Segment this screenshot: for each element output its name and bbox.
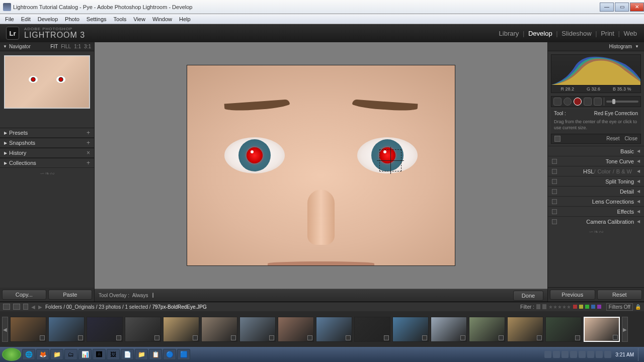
- tray-icon[interactable]: [561, 351, 569, 358]
- label-purple[interactable]: [597, 305, 601, 309]
- taskbar-app-icon[interactable]: 📋: [149, 349, 162, 360]
- filmstrip-thumb[interactable]: [163, 317, 199, 342]
- filmstrip-thumb[interactable]: [87, 317, 123, 342]
- tray-icon[interactable]: [579, 351, 586, 358]
- taskbar-app-icon[interactable]: 🟦: [177, 349, 190, 360]
- filmstrip-thumb[interactable]: [316, 317, 352, 342]
- filmstrip-left-arrow[interactable]: ◀: [2, 317, 8, 342]
- taskbar-app-icon[interactable]: 📁: [135, 349, 148, 360]
- filmstrip-thumb[interactable]: [48, 317, 85, 342]
- flag-icon[interactable]: [536, 304, 540, 309]
- label-red[interactable]: [573, 305, 577, 309]
- label-green[interactable]: [585, 305, 589, 309]
- taskbar-clock[interactable]: 3:21 AM: [615, 352, 634, 357]
- tray-icon[interactable]: [604, 351, 611, 358]
- tool-size-slider[interactable]: [606, 101, 638, 103]
- filmstrip-thumbs[interactable]: ◀ ▶: [0, 311, 644, 347]
- filter-lock-icon[interactable]: 🔒: [635, 304, 641, 310]
- tray-icon[interactable]: [553, 351, 560, 358]
- menu-settings[interactable]: Settings: [84, 15, 110, 23]
- red-eye-tool-icon[interactable]: [574, 98, 582, 106]
- second-display-icon[interactable]: [13, 304, 20, 310]
- spot-tool-icon[interactable]: [564, 98, 572, 106]
- tray-icon[interactable]: [596, 351, 603, 358]
- red-eye-cursor[interactable]: [379, 149, 401, 171]
- menu-develop[interactable]: Develop: [35, 15, 61, 23]
- module-web[interactable]: Web: [624, 30, 637, 37]
- module-develop[interactable]: Develop: [528, 30, 552, 37]
- filmstrip-thumb[interactable]: [10, 317, 46, 342]
- filters-off-button[interactable]: Filters Off: [606, 303, 633, 311]
- reset-button[interactable]: Reset: [597, 290, 642, 300]
- section-camera-calibration[interactable]: Camera Calibration◀: [548, 216, 644, 226]
- taskbar-app-icon[interactable]: 📊: [78, 349, 92, 360]
- section-snapshots[interactable]: ▶Snapshots+: [0, 138, 94, 148]
- menu-view[interactable]: View: [130, 15, 148, 23]
- window-minimize-button[interactable]: —: [600, 3, 614, 12]
- filmstrip-thumb[interactable]: [201, 317, 237, 342]
- tool-overlay-value[interactable]: Always: [132, 293, 148, 298]
- filmstrip-thumb[interactable]: [469, 317, 505, 342]
- tool-reset-button[interactable]: Reset: [606, 136, 619, 142]
- zoom-fill[interactable]: FILL: [61, 44, 71, 49]
- filmstrip-thumb[interactable]: [507, 317, 543, 342]
- tray-icon[interactable]: [587, 351, 594, 358]
- taskbar-app-icon[interactable]: 🅰: [93, 349, 106, 360]
- window-maximize-button[interactable]: ▭: [615, 3, 629, 12]
- start-button[interactable]: [2, 348, 21, 361]
- crop-tool-icon[interactable]: [553, 98, 561, 106]
- module-slideshow[interactable]: Slideshow: [561, 30, 591, 37]
- section-history[interactable]: ▶History×: [0, 148, 94, 158]
- filmstrip-thumb[interactable]: [392, 317, 429, 342]
- tool-close-button[interactable]: Close: [624, 136, 637, 142]
- window-close-button[interactable]: ✕: [630, 3, 644, 12]
- filmstrip-thumb[interactable]: [584, 317, 620, 342]
- menu-window[interactable]: Window: [149, 15, 175, 23]
- section-presets[interactable]: ▶Presets+: [0, 128, 94, 138]
- paste-button[interactable]: Paste: [48, 290, 93, 300]
- filmstrip-thumb[interactable]: [354, 317, 390, 342]
- navigator-thumbnail[interactable]: [4, 55, 90, 109]
- menu-help[interactable]: Help: [176, 15, 194, 23]
- done-button[interactable]: Done: [513, 291, 543, 301]
- section-basic[interactable]: Basic◀: [548, 146, 644, 156]
- section-effects[interactable]: Effects◀: [548, 206, 644, 216]
- brush-tool-icon[interactable]: [594, 98, 602, 106]
- dropdown-icon[interactable]: ▕▏: [150, 293, 156, 298]
- zoom-fit[interactable]: FIT: [50, 44, 58, 49]
- taskbar-app-icon[interactable]: 🦊: [36, 349, 49, 360]
- label-yellow[interactable]: [579, 305, 583, 309]
- zoom-1to1[interactable]: 1:1: [74, 44, 81, 49]
- menu-edit[interactable]: Edit: [18, 15, 34, 23]
- filmstrip-thumb[interactable]: [125, 317, 161, 342]
- previous-button[interactable]: Previous: [550, 290, 595, 300]
- menu-photo[interactable]: Photo: [62, 15, 83, 23]
- zoom-3to1[interactable]: 3:1: [84, 44, 91, 49]
- section-lens[interactable]: Lens Corrections◀: [548, 196, 644, 206]
- section-split-toning[interactable]: Split Toning◀: [548, 176, 644, 186]
- flag-icon[interactable]: [542, 304, 546, 309]
- main-display-icon[interactable]: [3, 304, 10, 310]
- menu-file[interactable]: File: [2, 15, 17, 23]
- histogram-header[interactable]: Histogram ▼: [548, 42, 644, 51]
- filmstrip-thumb[interactable]: [239, 317, 276, 342]
- navigator-header[interactable]: ▼ Navigator FIT FILL 1:1 3:1: [0, 42, 94, 51]
- section-collections[interactable]: ▶Collections+: [0, 158, 94, 168]
- filmstrip-right-arrow[interactable]: ▶: [622, 317, 628, 342]
- photo-preview[interactable]: [187, 65, 455, 265]
- taskbar-app-icon[interactable]: 🖼: [107, 349, 120, 360]
- filmstrip-thumb[interactable]: [278, 317, 314, 342]
- show-desktop-button[interactable]: [638, 348, 642, 361]
- section-tone-curve[interactable]: Tone Curve◀: [548, 156, 644, 166]
- filmstrip-thumb[interactable]: [545, 317, 582, 342]
- taskbar-app-icon[interactable]: 🔵: [163, 349, 176, 360]
- taskbar-app-icon[interactable]: 📄: [121, 349, 134, 360]
- filmstrip-thumb[interactable]: [431, 317, 467, 342]
- taskbar-app-icon[interactable]: 🌐: [22, 349, 35, 360]
- tray-icon[interactable]: [570, 351, 577, 358]
- menu-tools[interactable]: Tools: [111, 15, 130, 23]
- module-print[interactable]: Print: [601, 30, 614, 37]
- taskbar-app-icon[interactable]: 📁: [50, 349, 63, 360]
- rating-stars[interactable]: ★★★★★: [548, 304, 571, 310]
- copy-button[interactable]: Copy...: [2, 290, 46, 300]
